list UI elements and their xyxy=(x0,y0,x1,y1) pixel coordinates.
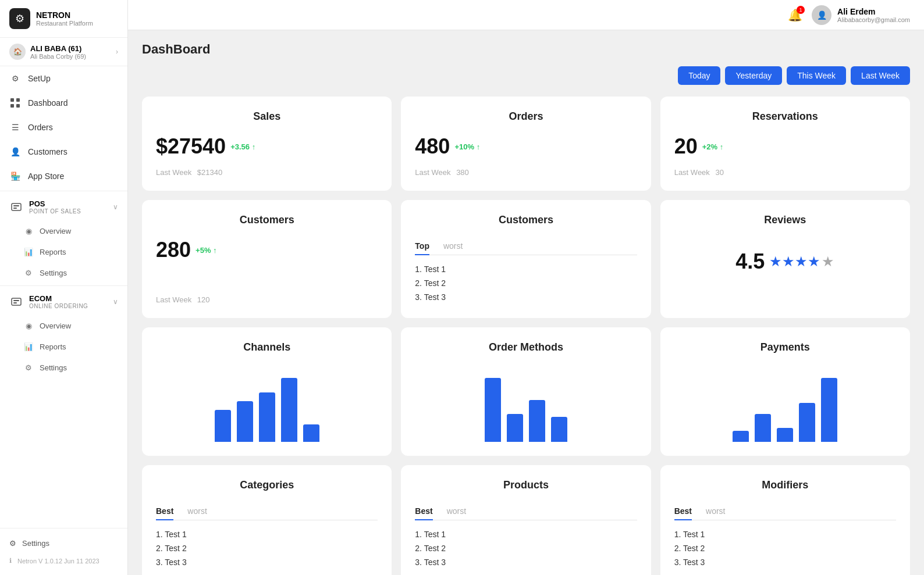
pos-overview-label: Overview xyxy=(40,227,71,235)
modifiers-card: Modifiers Best worst 1. Test 1 2. Test 2… xyxy=(660,465,910,575)
notification-badge: 1 xyxy=(797,6,805,14)
products-card: Products Best worst 1. Test 1 2. Test 2 … xyxy=(401,465,651,575)
app-logo-icon: ⚙ xyxy=(9,8,30,29)
channels-card: Channels xyxy=(142,327,392,456)
branch-selector[interactable]: 🏠 ALI BABA (61) Ali Baba Corby (69) › xyxy=(0,38,127,66)
user-avatar: 👤 xyxy=(812,5,831,25)
ecom-subtitle: ONLINE ORDERING xyxy=(29,303,88,309)
list-item: 3. Test 3 xyxy=(674,555,896,569)
ecom-overview-icon: ◉ xyxy=(23,320,34,331)
ecom-settings-label: Settings xyxy=(40,363,67,372)
review-rating: 4.5 xyxy=(735,249,765,274)
modifiers-tab-best[interactable]: Best xyxy=(674,503,692,520)
chart-bar xyxy=(529,400,545,442)
ecom-reports-label: Reports xyxy=(40,342,66,351)
modifiers-tab-worst[interactable]: worst xyxy=(706,503,725,520)
chart-bar xyxy=(755,414,771,442)
info-icon: ℹ xyxy=(9,557,12,565)
ecom-overview[interactable]: ◉ Overview xyxy=(0,315,127,336)
notification-button[interactable]: 🔔 1 xyxy=(788,8,802,22)
ecom-section-header[interactable]: ECOM ONLINE ORDERING ∨ xyxy=(0,288,127,315)
branch-icon: 🏠 xyxy=(9,44,26,60)
branch-name: ALI BABA (61) xyxy=(30,44,86,53)
products-tab-best[interactable]: Best xyxy=(415,503,432,520)
categories-card: Categories Best worst 1. Test 1 2. Test … xyxy=(142,465,392,575)
list-item: 2. Test 2 xyxy=(415,276,637,290)
orders-change: +10% ↑ xyxy=(454,142,480,151)
categories-tabs: Best worst xyxy=(156,503,378,520)
sales-card: Sales $27540 +3.56 ↑ Last Week $21340 xyxy=(142,97,392,191)
last-week-button[interactable]: Last Week xyxy=(851,66,910,85)
tab-worst[interactable]: worst xyxy=(443,238,463,255)
pos-reports[interactable]: 📊 Reports xyxy=(0,241,127,262)
sidebar-item-setup[interactable]: ⚙ SetUp xyxy=(0,66,127,91)
products-tabs: Best worst xyxy=(415,503,637,520)
review-stars: ★★★★ xyxy=(769,253,820,270)
customers-stat-title: Customers xyxy=(156,214,378,226)
setup-label: SetUp xyxy=(28,74,51,83)
user-profile[interactable]: 👤 Ali Erdem Alibabacorby@gmail.com xyxy=(812,5,910,25)
orders-icon: ☰ xyxy=(9,122,21,133)
orders-label: Orders xyxy=(28,123,53,132)
pos-settings[interactable]: ⚙ Settings xyxy=(0,262,127,283)
pos-subtitle: POINT OF SALES xyxy=(29,208,81,215)
chart-bar xyxy=(281,378,297,442)
version-label: Netron V 1.0.12 Jun 11 2023 xyxy=(17,558,99,565)
ecom-settings[interactable]: ⚙ Settings xyxy=(0,357,127,378)
sidebar-item-appstore[interactable]: 🏪 App Store xyxy=(0,164,127,188)
sidebar-settings[interactable]: ⚙ Settings xyxy=(9,534,118,552)
chart-bar xyxy=(777,428,793,442)
tab-top[interactable]: Top xyxy=(415,238,429,255)
svg-rect-3 xyxy=(16,104,20,108)
dashboard-grid: Sales $27540 +3.56 ↑ Last Week $21340 Or… xyxy=(142,97,910,575)
topbar: 🔔 1 👤 Ali Erdem Alibabacorby@gmail.com xyxy=(128,0,924,30)
customers-change: +5% ↑ xyxy=(196,246,217,255)
user-email: Alibabacorby@gmail.com xyxy=(837,16,910,23)
this-week-button[interactable]: This Week xyxy=(787,66,846,85)
categories-tab-best[interactable]: Best xyxy=(156,503,173,520)
categories-tab-worst[interactable]: worst xyxy=(187,503,207,520)
categories-title: Categories xyxy=(156,479,378,491)
chart-bar xyxy=(215,410,231,442)
ecom-reports[interactable]: 📊 Reports xyxy=(0,336,127,357)
page-title: DashBoard xyxy=(142,42,910,57)
payments-chart xyxy=(674,372,896,442)
svg-rect-4 xyxy=(12,203,21,210)
channels-title: Channels xyxy=(156,341,378,353)
customers-icon: 👤 xyxy=(9,146,21,158)
branch-chevron: › xyxy=(116,48,118,56)
sidebar-item-customers[interactable]: 👤 Customers xyxy=(0,140,127,164)
yesterday-button[interactable]: Yesterday xyxy=(725,66,782,85)
sidebar-logo: ⚙ NETRON Restaurant Platform xyxy=(0,0,127,38)
reviews-title: Reviews xyxy=(674,214,896,226)
products-tab-worst[interactable]: worst xyxy=(447,503,466,520)
modifiers-tabs: Best worst xyxy=(674,503,896,520)
top-customers-title: Customers xyxy=(415,214,637,226)
pos-overview[interactable]: ◉ Overview xyxy=(0,220,127,241)
modifiers-title: Modifiers xyxy=(674,479,896,491)
chart-bar xyxy=(551,417,567,442)
pos-section-header[interactable]: POS POINT OF SALES ∨ xyxy=(0,194,127,220)
top-customers-list: 1. Test 1 2. Test 2 3. Test 3 xyxy=(415,262,637,304)
customers-last-week: Last Week 120 xyxy=(156,295,378,304)
sidebar-item-dashboard[interactable]: Dashboard xyxy=(0,91,127,115)
list-item: 2. Test 2 xyxy=(156,541,378,555)
chart-bar xyxy=(485,378,501,442)
pos-title: POS xyxy=(29,199,81,208)
ecom-title: ECOM xyxy=(29,294,88,303)
list-item: 1. Test 1 xyxy=(156,527,378,541)
list-item: 1. Test 1 xyxy=(415,262,637,276)
dashboard-icon xyxy=(9,97,21,109)
today-button[interactable]: Today xyxy=(678,66,720,85)
sidebar-item-orders[interactable]: ☰ Orders xyxy=(0,115,127,140)
dashboard-label: Dashboard xyxy=(28,98,68,108)
orders-last-week: Last Week 380 xyxy=(415,168,637,177)
list-item: 2. Test 2 xyxy=(415,541,637,555)
svg-rect-5 xyxy=(13,205,19,206)
empty-star: ★ xyxy=(822,253,834,270)
pos-settings-label: Settings xyxy=(40,269,67,277)
order-methods-chart xyxy=(415,372,637,442)
chart-bar xyxy=(799,403,815,442)
reservations-card: Reservations 20 +2% ↑ Last Week 30 xyxy=(660,97,910,191)
list-item: 3. Test 3 xyxy=(156,555,378,569)
